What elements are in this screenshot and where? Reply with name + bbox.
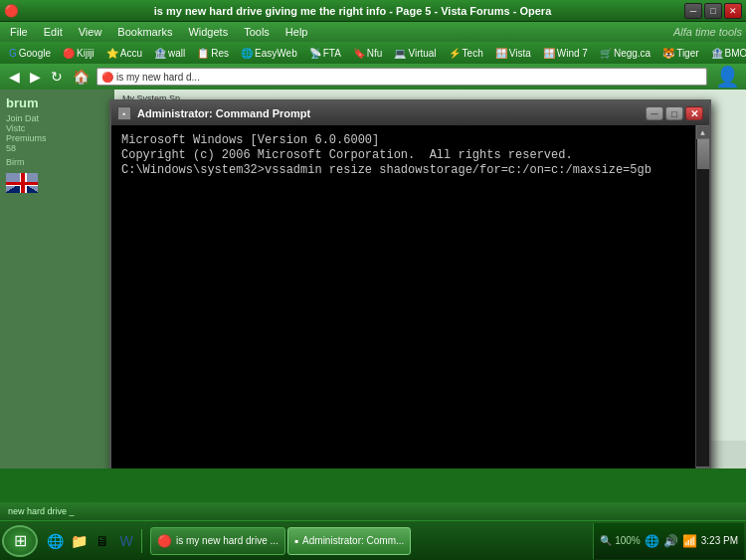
taskbar: ⊞ 🌐 📁 🖥 W 🔴 is my new hard drive ... ▪ A…	[0, 520, 746, 560]
taskbar-opera-label: is my new hard drive ...	[176, 535, 279, 546]
quick-folder[interactable]: 📁	[68, 530, 90, 552]
uk-flag	[6, 173, 38, 193]
bookmark-fta[interactable]: 📡FTA	[304, 47, 346, 60]
nav-refresh-button[interactable]: ↻	[48, 69, 66, 85]
menu-widgets[interactable]: Widgets	[182, 25, 234, 39]
system-tray: 🔍 100% 🌐 🔊 📶 3:23 PM	[593, 523, 744, 559]
cmd-title-text: Administrator: Command Prompt	[137, 107, 640, 119]
address-bar[interactable]: 🔴 is my new hard d...	[96, 68, 707, 86]
bookmarks-bar: GGoogle 🔴Kijiji ⭐Accu 🏦wall 📋Res 🌐EasyWe…	[0, 42, 746, 64]
menu-bookmarks[interactable]: Bookmarks	[111, 25, 178, 39]
taskbar-item-opera[interactable]: 🔴 is my new hard drive ...	[150, 527, 285, 555]
nav-home-button[interactable]: 🏠	[70, 69, 93, 85]
cmd-line-2: Copyright (c) 2006 Microsoft Corporation…	[121, 148, 699, 162]
menu-view[interactable]: View	[73, 25, 108, 39]
tray-signal-icon[interactable]: 📶	[682, 534, 697, 548]
bookmark-nfu[interactable]: 🔖Nfu	[348, 47, 388, 60]
cmd-close-button[interactable]: ✕	[685, 106, 703, 120]
bookmark-google[interactable]: GGoogle	[4, 47, 56, 60]
address-favicon: 🔴	[101, 72, 113, 83]
bookmark-negg[interactable]: 🛒Negg.ca	[595, 47, 655, 60]
status-bar: new hard drive _	[0, 502, 746, 520]
cmd-window-icon: ▪	[117, 106, 131, 120]
bookmark-kijiji[interactable]: 🔴Kijiji	[58, 47, 99, 60]
cmd-scroll-down[interactable]: ▼	[696, 467, 710, 468]
cmd-body[interactable]: Microsoft Windows [Version 6.0.6000] Cop…	[111, 125, 709, 468]
bookmark-wind7[interactable]: 🪟Wind 7	[538, 47, 593, 60]
status-text: new hard drive _	[8, 506, 75, 516]
cmd-minimize-button[interactable]: ─	[646, 106, 663, 120]
taskbar-item-cmd[interactable]: ▪ Administrator: Comm...	[287, 527, 412, 555]
menu-bar: File Edit View Bookmarks Widgets Tools H…	[0, 22, 746, 42]
avatar-icon: 👤	[715, 65, 740, 89]
cmd-scroll-thumb[interactable]	[697, 139, 709, 169]
title-favicon: 🔴	[4, 4, 19, 18]
start-button[interactable]: ⊞	[2, 525, 38, 557]
cmd-scroll-track	[696, 139, 709, 467]
title-bar: 🔴 is my new hard drive giving me the rig…	[0, 0, 746, 22]
window-title: is my new hard drive giving me the right…	[21, 5, 684, 17]
bookmark-tech[interactable]: ⚡Tech	[444, 47, 488, 60]
bookmark-tiger[interactable]: 🐯Tiger	[657, 47, 703, 60]
window-controls: ─ □ ✕	[684, 3, 742, 19]
cmd-title-bar: ▪ Administrator: Command Prompt ─ □ ✕	[111, 101, 709, 125]
bookmark-bmo[interactable]: 🏦BMO	[706, 47, 746, 60]
bookmark-res[interactable]: 📋Res	[192, 47, 234, 60]
bookmark-vista[interactable]: 🪟Vista	[490, 47, 536, 60]
menu-file[interactable]: File	[4, 25, 34, 39]
nav-bar: ◀ ▶ ↻ 🏠 🔴 is my new hard d... 👤	[0, 64, 746, 90]
maximize-button[interactable]: □	[704, 3, 722, 19]
quick-launch: 🌐 📁 🖥 W	[40, 529, 148, 553]
cmd-scroll-up[interactable]: ▲	[696, 125, 710, 139]
taskbar-cmd-icon: ▪	[294, 534, 298, 548]
cmd-window-controls: ─ □ ✕	[646, 106, 703, 120]
bookmark-wall[interactable]: 🏦wall	[149, 47, 190, 60]
taskbar-items: 🔴 is my new hard drive ... ▪ Administrat…	[150, 527, 591, 555]
bookmark-accu[interactable]: ⭐Accu	[101, 47, 147, 60]
menu-tools[interactable]: Tools	[238, 25, 276, 39]
address-text: is my new hard d...	[116, 72, 200, 83]
menu-help[interactable]: Help	[280, 25, 314, 39]
nav-back-button[interactable]: ◀	[6, 69, 23, 85]
tray-network-icon[interactable]: 🌐	[645, 534, 659, 548]
browser-content: brum Join Dat Vistc Premiums 58 Birm My …	[0, 90, 746, 468]
cmd-line-1: Microsoft Windows [Version 6.0.6000]	[121, 133, 699, 147]
nav-forward-button[interactable]: ▶	[27, 69, 44, 85]
quick-desktop[interactable]: 🖥	[92, 530, 113, 552]
bookmark-virtual[interactable]: 💻Virtual	[389, 47, 441, 60]
forum-sidebar: brum Join Dat Vistc Premiums 58 Birm	[0, 90, 114, 468]
cmd-window: ▪ Administrator: Command Prompt ─ □ ✕ Mi…	[109, 99, 711, 468]
sidebar-join: Join Dat Vistc Premiums 58 Birm	[6, 113, 108, 167]
cmd-maximize-button[interactable]: □	[665, 106, 683, 120]
quick-launch-divider	[141, 529, 142, 553]
taskbar-cmd-label: Administrator: Comm...	[302, 535, 404, 546]
zoom-level: 🔍 100%	[600, 535, 640, 546]
username: brum	[6, 95, 108, 110]
tray-volume-icon[interactable]: 🔊	[663, 534, 678, 548]
menu-edit[interactable]: Edit	[38, 25, 69, 39]
opera-label: Alfa time tools	[673, 26, 742, 38]
close-button[interactable]: ✕	[724, 3, 742, 19]
minimize-button[interactable]: ─	[684, 3, 702, 19]
taskbar-opera-icon: 🔴	[157, 534, 172, 548]
system-clock: 3:23 PM	[701, 535, 738, 546]
cmd-line-4: C:\Windows\system32>vssadmin resize shad…	[121, 163, 699, 177]
quick-ie[interactable]: 🌐	[44, 530, 66, 552]
bookmark-easyweb[interactable]: 🌐EasyWeb	[236, 47, 302, 60]
cmd-scrollbar[interactable]: ▲ ▼	[695, 125, 709, 468]
quick-word[interactable]: W	[115, 530, 137, 552]
